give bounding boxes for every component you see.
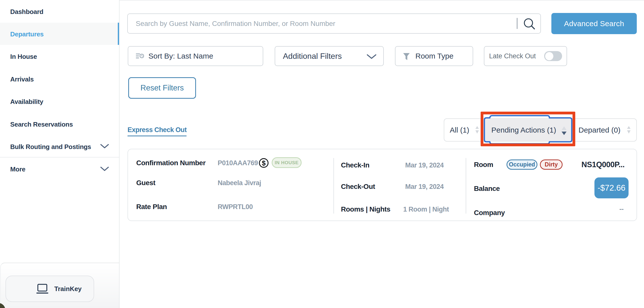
svg-text:$: $ xyxy=(262,159,266,167)
